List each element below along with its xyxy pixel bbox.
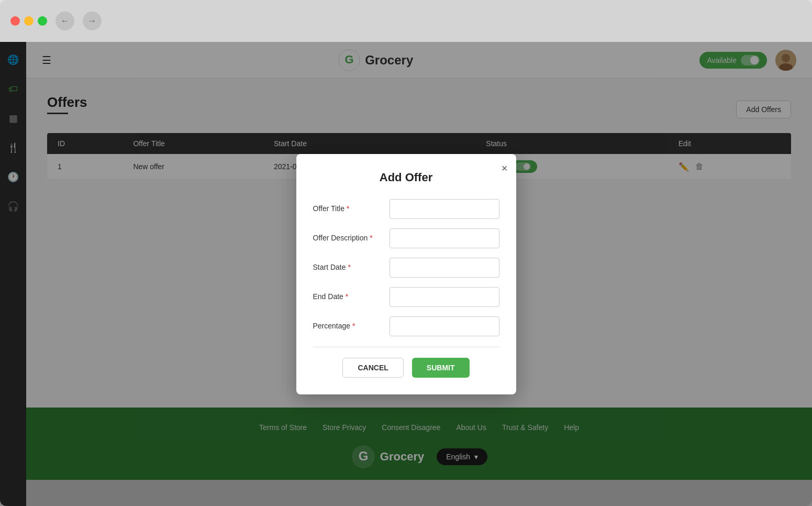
modal-close-button[interactable]: × xyxy=(502,162,508,174)
field-row-start-date: Start Date * xyxy=(313,258,499,278)
required-star: * xyxy=(347,204,349,213)
label-end-date: End Date * xyxy=(313,287,381,301)
required-star-start: * xyxy=(348,263,350,271)
add-offer-modal: × Add Offer Offer Title * Offer Descript… xyxy=(296,154,516,394)
maximize-button[interactable] xyxy=(38,16,47,26)
input-end-date[interactable] xyxy=(390,287,499,307)
required-star-pct: * xyxy=(352,322,355,330)
field-row-offer-description: Offer Description * xyxy=(313,228,499,248)
forward-button[interactable]: → xyxy=(83,12,102,30)
modal-overlay[interactable]: × Add Offer Offer Title * Offer Descript… xyxy=(0,42,812,506)
required-star-end: * xyxy=(346,292,348,301)
browser-chrome: ← → xyxy=(0,0,812,42)
back-button[interactable]: ← xyxy=(55,12,74,30)
minimize-button[interactable] xyxy=(24,16,34,26)
modal-actions: CANCEL SUBMIT xyxy=(313,358,499,378)
input-offer-description[interactable] xyxy=(390,228,499,248)
traffic-lights xyxy=(10,16,47,26)
modal-title: Add Offer xyxy=(313,171,499,184)
field-row-percentage: Percentage * xyxy=(313,316,499,336)
required-star-desc: * xyxy=(370,234,372,242)
label-start-date: Start Date * xyxy=(313,258,381,271)
field-row-end-date: End Date * xyxy=(313,287,499,307)
close-button[interactable] xyxy=(10,16,20,26)
label-percentage: Percentage * xyxy=(313,316,381,330)
label-offer-title: Offer Title * xyxy=(313,199,381,213)
cancel-button[interactable]: CANCEL xyxy=(342,358,403,378)
input-percentage[interactable] xyxy=(390,316,499,336)
label-offer-description: Offer Description * xyxy=(313,228,381,242)
submit-button[interactable]: SUBMIT xyxy=(412,358,470,378)
field-row-offer-title: Offer Title * xyxy=(313,199,499,219)
modal-divider xyxy=(313,347,499,347)
input-offer-title[interactable] xyxy=(390,199,499,219)
input-start-date[interactable] xyxy=(390,258,499,278)
